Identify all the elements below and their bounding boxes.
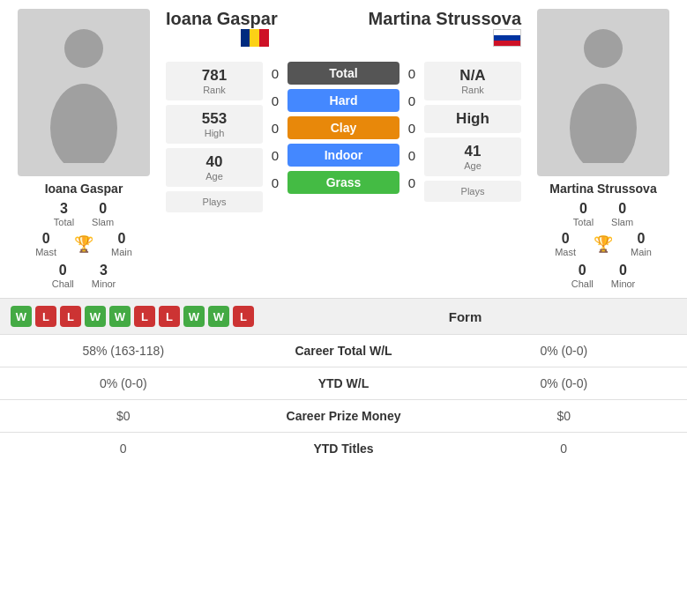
left-stat-boxes: 781 Rank 553 High 40 Age Plays (166, 62, 263, 212)
career-wl-label: Career Total W/L (247, 344, 441, 358)
right-chall-stat: 0 Chall (571, 263, 594, 289)
grass-btn[interactable]: Grass (287, 171, 400, 194)
right-mast-label: Mast (555, 247, 576, 257)
right-total-label: Total (573, 217, 594, 227)
left-minor-value: 3 (92, 263, 116, 278)
right-stat-boxes: N/A Rank High 41 Age Plays (424, 62, 521, 212)
form-badge-l: L (159, 306, 180, 327)
total-right-score: 0 (405, 66, 419, 81)
right-player-name: Martina Strussova (549, 182, 656, 196)
flag-sk-red (494, 41, 520, 46)
stats-area: 781 Rank 553 High 40 Age Plays (166, 62, 521, 212)
surface-grass-row: 0 Grass 0 (268, 171, 419, 194)
right-total-stat: 0 Total (573, 201, 594, 227)
form-badges-left: WLLWWLLWWL (11, 306, 254, 327)
right-trophy-icon: 🏆 (594, 234, 613, 254)
left-mast-value: 0 (35, 231, 56, 247)
right-trophy-row: 0 Mast 🏆 0 Main (555, 231, 652, 257)
ytd-wl-row: 0% (0-0) YTD W/L 0% (0-0) (0, 367, 687, 399)
right-minor-stat: 0 Minor (611, 263, 636, 289)
right-plays-box: Plays (424, 181, 521, 202)
left-player-name-top: Ioana Gaspar (166, 9, 344, 50)
form-badge-w: W (11, 306, 32, 327)
grass-left-score: 0 (268, 175, 282, 190)
right-age-box: 41 Age (424, 137, 521, 176)
form-badge-w: W (208, 306, 229, 327)
left-slam-value: 0 (92, 201, 114, 217)
left-plays-label: Plays (175, 197, 254, 207)
bottom-stats-grid: 58% (163-118) Career Total W/L 0% (0-0) … (0, 334, 687, 464)
surface-col: 0 Total 0 0 Hard 0 0 Clay 0 (268, 62, 419, 212)
left-player-avatar (18, 9, 150, 176)
right-slam-label: Slam (611, 217, 633, 227)
clay-btn[interactable]: Clay (287, 116, 400, 139)
left-age-value: 40 (175, 153, 254, 171)
right-slam-value: 0 (611, 201, 633, 217)
right-flag (493, 29, 521, 47)
left-slam-stat: 0 Slam (92, 201, 114, 227)
left-slam-label: Slam (92, 217, 114, 227)
left-high-label: High (175, 128, 254, 138)
svg-point-2 (584, 29, 623, 68)
right-age-value: 41 (433, 143, 512, 160)
flag-ro-red (259, 29, 269, 47)
form-badge-w: W (85, 306, 106, 327)
right-high-box: High (424, 105, 521, 133)
left-total-stat: 3 Total (54, 201, 74, 227)
center-content: Ioana Gaspar Martina Strussova (166, 9, 521, 212)
right-main-label: Main (631, 247, 652, 257)
right-avatar-svg (559, 22, 647, 163)
right-minor-value: 0 (611, 263, 636, 278)
left-age-box: 40 Age (166, 148, 263, 187)
right-mast-stat: 0 Mast (555, 231, 576, 257)
right-chall-value: 0 (571, 263, 594, 278)
hard-left-score: 0 (268, 93, 282, 108)
left-chall-label: Chall (52, 278, 74, 289)
left-age-label: Age (175, 171, 254, 182)
form-badge-l: L (60, 306, 81, 327)
career-prize-right: $0 (441, 409, 688, 423)
left-mast-stat: 0 Mast (35, 231, 56, 257)
right-stats-row1: 0 Total 0 Slam (573, 201, 633, 227)
indoor-btn[interactable]: Indoor (287, 144, 400, 167)
left-chall-value: 0 (52, 263, 74, 278)
ytd-titles-row: 0 YTD Titles 0 (0, 432, 687, 464)
total-left-score: 0 (268, 66, 282, 81)
right-stats-row3: 0 Chall 0 Minor (571, 263, 636, 289)
surface-hard-row: 0 Hard 0 (268, 89, 419, 112)
left-minor-label: Minor (92, 278, 116, 289)
clay-right-score: 0 (405, 121, 419, 136)
form-badge-l: L (134, 306, 155, 327)
left-high-box: 553 High (166, 105, 263, 144)
left-avatar-svg (40, 22, 128, 163)
ytd-titles-left: 0 (0, 442, 247, 456)
left-flag-container (166, 29, 344, 47)
career-prize-row: $0 Career Prize Money $0 (0, 399, 687, 432)
right-main-value: 0 (631, 231, 652, 247)
right-player-section: Martina Strussova 0 Total 0 Slam 0 Mast … (528, 9, 678, 289)
right-age-label: Age (433, 160, 512, 171)
right-high-value: High (433, 110, 512, 128)
left-silhouette (18, 9, 150, 176)
right-rank-box: N/A Rank (424, 62, 521, 100)
main-container: Ioana Gaspar 3 Total 0 Slam 0 Mast 🏆 (0, 0, 687, 464)
left-total-label: Total (54, 217, 74, 227)
left-stats-row1: 3 Total 0 Slam (54, 201, 114, 227)
hard-btn[interactable]: Hard (287, 89, 400, 112)
career-prize-label: Career Prize Money (247, 409, 441, 423)
left-rank-box: 781 Rank (166, 62, 263, 100)
left-trophy-icon: 🏆 (74, 234, 93, 254)
left-total-value: 3 (54, 201, 74, 217)
left-main-stat: 0 Main (111, 231, 132, 257)
right-slam-stat: 0 Slam (611, 201, 633, 227)
right-player-avatar (537, 9, 669, 176)
total-btn[interactable]: Total (287, 62, 400, 85)
left-high-value: 553 (175, 110, 254, 128)
right-plays-label: Plays (433, 186, 512, 197)
career-wl-row: 58% (163-118) Career Total W/L 0% (0-0) (0, 334, 687, 367)
left-flag (241, 29, 269, 47)
svg-point-0 (64, 29, 103, 68)
left-main-value: 0 (111, 231, 132, 247)
ytd-wl-label: YTD W/L (247, 376, 441, 390)
right-rank-label: Rank (433, 85, 512, 95)
